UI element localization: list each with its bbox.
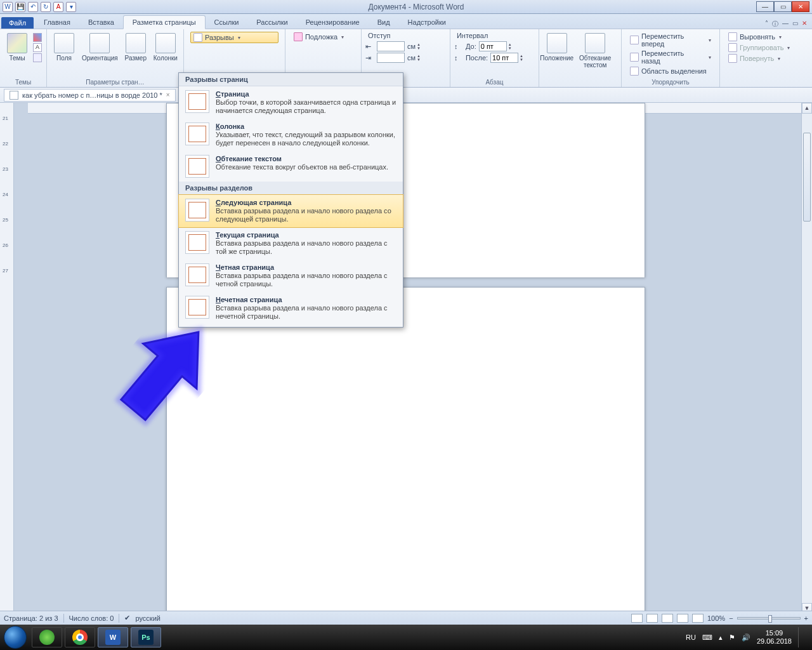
theme-colors-icon[interactable]: [33, 33, 42, 42]
bring-forward-icon: [630, 36, 639, 44]
position-button[interactable]: Положение: [543, 30, 570, 77]
vertical-ruler[interactable]: /*populated below*/ 21222324252627: [0, 103, 14, 625]
full-screen-view-button[interactable]: [646, 614, 658, 623]
zoom-out-button[interactable]: −: [729, 614, 733, 622]
ribbon-minimize-icon[interactable]: ˄: [765, 20, 768, 29]
tab-review[interactable]: Рецензирование: [297, 16, 369, 29]
spacing-before-input[interactable]: [479, 41, 507, 51]
menu-item[interactable]: Четная страницаВставка разрыва раздела и…: [179, 260, 403, 292]
start-button[interactable]: [4, 626, 27, 649]
menu-item[interactable]: Текущая страницаВставка разрыва раздела …: [179, 227, 403, 260]
menu-item-title: Колонка: [216, 123, 396, 130]
quick-access-toolbar: W 💾 ↶ ↻ A ▾: [3, 2, 76, 12]
word-count[interactable]: Число слов: 0: [69, 614, 114, 622]
inner-close-button[interactable]: ✕: [802, 20, 807, 29]
menu-item-desc: Вставка разрыва раздела и начало нового …: [216, 207, 396, 223]
zoom-in-button[interactable]: +: [804, 614, 808, 622]
tab-home[interactable]: Главная: [35, 16, 79, 29]
bring-forward-button[interactable]: Переместить вперед: [628, 32, 713, 48]
tab-references[interactable]: Ссылки: [206, 16, 248, 29]
menu-item[interactable]: КолонкаУказывает, что текст, следующий з…: [179, 119, 403, 151]
language-status[interactable]: русский: [135, 614, 160, 622]
tab-view[interactable]: Вид: [369, 16, 399, 29]
wrap-text-button[interactable]: Обтекание текстом: [573, 30, 617, 77]
orientation-button[interactable]: Ориентация: [80, 30, 120, 77]
zoom-level[interactable]: 100%: [707, 614, 725, 622]
indent-right-input[interactable]: [377, 53, 405, 63]
indent-right-icon: ⇥: [365, 54, 374, 62]
breaks-button[interactable]: Разрывы: [190, 32, 278, 43]
outline-view-button[interactable]: [677, 614, 688, 623]
menu-item-desc: Вставка разрыва раздела и начало нового …: [216, 304, 396, 321]
inner-restore-button[interactable]: ▭: [792, 20, 798, 29]
page-count[interactable]: Страница: 2 из 3: [4, 614, 58, 622]
menu-item-icon: [185, 296, 209, 319]
zoom-slider[interactable]: [737, 617, 801, 620]
taskbar-word[interactable]: W: [98, 627, 128, 647]
tab-addins[interactable]: Надстройки: [399, 16, 455, 29]
tab-insert[interactable]: Вставка: [79, 16, 123, 29]
taskbar-chrome[interactable]: [65, 627, 95, 647]
selection-pane-button[interactable]: Область выделения: [628, 66, 713, 76]
word-app-icon[interactable]: W: [3, 2, 13, 12]
redo-icon[interactable]: ↻: [41, 2, 51, 12]
web-layout-view-button[interactable]: [662, 614, 673, 623]
inner-minimize-button[interactable]: —: [782, 20, 789, 29]
spinner-icon[interactable]: ▲▼: [417, 43, 421, 50]
close-tab-icon[interactable]: ×: [166, 91, 170, 98]
save-icon[interactable]: 💾: [15, 2, 25, 12]
font-color-icon[interactable]: A: [53, 2, 63, 12]
ribbon-tabs: Файл Главная Вставка Разметка страницы С…: [0, 14, 812, 29]
size-button[interactable]: Размер: [122, 30, 149, 77]
show-desktop-button[interactable]: [798, 627, 804, 647]
qat-more-icon[interactable]: ▾: [66, 2, 76, 12]
tab-file[interactable]: Файл: [1, 17, 34, 29]
document-tab[interactable]: как убрать номер с п…ницы в ворде 2010 *…: [4, 89, 176, 102]
group-objects-button[interactable]: Группировать: [726, 43, 810, 53]
themes-button[interactable]: Темы: [4, 30, 30, 77]
size-icon: [126, 33, 146, 53]
theme-fonts-icon[interactable]: A: [33, 43, 42, 52]
tray-up-icon[interactable]: ▴: [719, 633, 723, 642]
paper-area[interactable]: 1234567891011121314151617 ▲ ▼ ◦: [14, 103, 812, 625]
spinner-icon[interactable]: ▲▼: [508, 43, 512, 50]
rotate-button[interactable]: Повернуть: [726, 53, 810, 63]
group-page-setup-label: Параметры стран…: [51, 77, 180, 86]
tray-flag-icon[interactable]: ⚑: [729, 633, 735, 642]
page-2[interactable]: [166, 287, 645, 625]
tray-clock[interactable]: 15:09 29.06.2018: [757, 629, 792, 646]
spacing-after-input[interactable]: [490, 53, 518, 63]
scroll-up-icon[interactable]: ▲: [802, 103, 812, 114]
proofing-icon[interactable]: ✔: [124, 614, 130, 622]
help-icon[interactable]: ⓘ: [772, 20, 778, 29]
menu-item[interactable]: Обтекание текстомОбтекание текста вокруг…: [179, 151, 403, 182]
columns-button[interactable]: Колонки: [152, 30, 180, 77]
orientation-icon: [89, 33, 110, 53]
indent-left-input[interactable]: [377, 41, 405, 51]
align-button[interactable]: Выровнять: [726, 32, 810, 42]
tray-lang[interactable]: RU: [686, 633, 696, 641]
position-icon: [547, 33, 567, 53]
minimize-button[interactable]: —: [756, 1, 774, 12]
tray-keyboard-icon[interactable]: ⌨: [702, 633, 712, 642]
vertical-scrollbar[interactable]: ▲ ▼ ◦: [801, 103, 812, 625]
tray-volume-icon[interactable]: 🔊: [742, 633, 750, 642]
menu-item[interactable]: Следующая страницаВставка разрыва раздел…: [179, 195, 403, 227]
theme-effects-icon[interactable]: [33, 53, 42, 62]
tab-page-layout[interactable]: Разметка страницы: [123, 15, 206, 29]
tab-mailings[interactable]: Рассылки: [247, 16, 296, 29]
margins-button[interactable]: Поля: [51, 30, 77, 77]
close-button[interactable]: ✕: [792, 1, 809, 12]
menu-item[interactable]: Нечетная страницаВставка разрыва раздела…: [179, 292, 403, 324]
send-backward-button[interactable]: Переместить назад: [628, 49, 713, 65]
maximize-button[interactable]: ▭: [774, 1, 792, 12]
taskbar-app-1[interactable]: [32, 627, 62, 647]
spinner-icon[interactable]: ▲▼: [520, 54, 523, 62]
taskbar-photoshop[interactable]: Ps: [131, 627, 161, 647]
undo-icon[interactable]: ↶: [28, 2, 38, 12]
spinner-icon[interactable]: ▲▼: [417, 54, 421, 62]
menu-item[interactable]: СтраницаВыбор точки, в которой заканчива…: [179, 86, 403, 119]
scrollbar-thumb[interactable]: [803, 133, 811, 222]
draft-view-button[interactable]: [692, 614, 704, 623]
print-layout-view-button[interactable]: [631, 614, 643, 623]
